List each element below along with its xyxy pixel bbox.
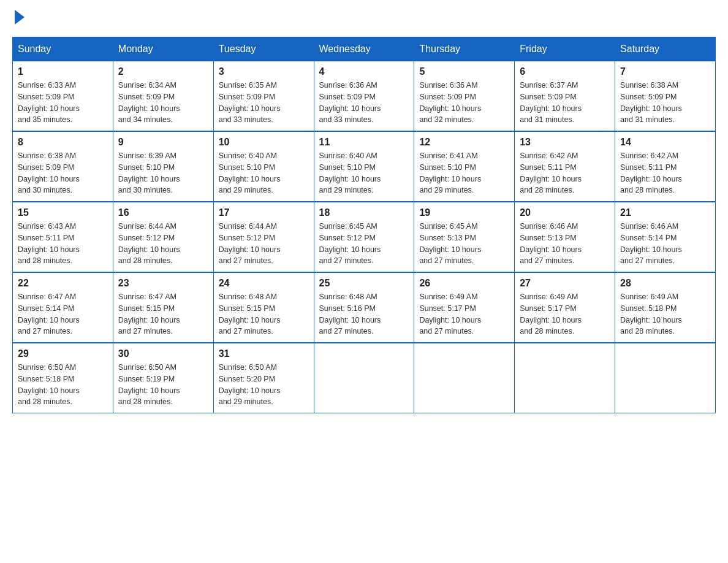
calendar-day-cell: 1 Sunrise: 6:33 AM Sunset: 5:09 PM Dayli… xyxy=(13,61,113,132)
day-info: Sunrise: 6:33 AM Sunset: 5:09 PM Dayligh… xyxy=(18,80,108,126)
day-info: Sunrise: 6:46 AM Sunset: 5:13 PM Dayligh… xyxy=(520,221,610,267)
page-header xyxy=(12,12,716,25)
calendar-day-cell: 30 Sunrise: 6:50 AM Sunset: 5:19 PM Dayl… xyxy=(113,343,213,413)
weekday-header-saturday: Saturday xyxy=(615,37,716,61)
day-info: Sunrise: 6:42 AM Sunset: 5:11 PM Dayligh… xyxy=(620,150,710,196)
calendar-day-cell: 14 Sunrise: 6:42 AM Sunset: 5:11 PM Dayl… xyxy=(615,131,716,202)
calendar-day-cell: 13 Sunrise: 6:42 AM Sunset: 5:11 PM Dayl… xyxy=(515,131,615,202)
calendar-day-cell: 4 Sunrise: 6:36 AM Sunset: 5:09 PM Dayli… xyxy=(314,61,414,132)
day-number: 28 xyxy=(620,278,710,289)
calendar-day-cell: 17 Sunrise: 6:44 AM Sunset: 5:12 PM Dayl… xyxy=(213,202,314,272)
day-number: 13 xyxy=(520,137,610,148)
calendar-day-cell: 21 Sunrise: 6:46 AM Sunset: 5:14 PM Dayl… xyxy=(615,202,716,272)
calendar-day-cell xyxy=(314,343,414,413)
day-number: 23 xyxy=(118,278,208,289)
day-info: Sunrise: 6:44 AM Sunset: 5:12 PM Dayligh… xyxy=(219,221,309,267)
calendar-week-row: 29 Sunrise: 6:50 AM Sunset: 5:18 PM Dayl… xyxy=(13,343,716,413)
day-info: Sunrise: 6:34 AM Sunset: 5:09 PM Dayligh… xyxy=(118,80,208,126)
day-number: 11 xyxy=(319,137,409,148)
day-info: Sunrise: 6:47 AM Sunset: 5:14 PM Dayligh… xyxy=(18,291,108,337)
day-number: 29 xyxy=(18,348,108,359)
calendar-day-cell: 9 Sunrise: 6:39 AM Sunset: 5:10 PM Dayli… xyxy=(113,131,213,202)
calendar-day-cell: 27 Sunrise: 6:49 AM Sunset: 5:17 PM Dayl… xyxy=(515,272,615,343)
day-info: Sunrise: 6:40 AM Sunset: 5:10 PM Dayligh… xyxy=(319,150,409,196)
calendar-day-cell: 16 Sunrise: 6:44 AM Sunset: 5:12 PM Dayl… xyxy=(113,202,213,272)
day-number: 16 xyxy=(118,207,208,218)
day-number: 15 xyxy=(18,207,108,218)
day-number: 17 xyxy=(219,207,309,218)
day-number: 22 xyxy=(18,278,108,289)
calendar-day-cell: 26 Sunrise: 6:49 AM Sunset: 5:17 PM Dayl… xyxy=(414,272,515,343)
logo-arrow-icon xyxy=(15,10,25,25)
weekday-header-thursday: Thursday xyxy=(414,37,515,61)
day-number: 21 xyxy=(620,207,710,218)
weekday-header-sunday: Sunday xyxy=(13,37,113,61)
calendar-day-cell: 31 Sunrise: 6:50 AM Sunset: 5:20 PM Dayl… xyxy=(213,343,314,413)
day-info: Sunrise: 6:42 AM Sunset: 5:11 PM Dayligh… xyxy=(520,150,610,196)
calendar-day-cell xyxy=(414,343,515,413)
day-number: 6 xyxy=(520,66,610,77)
calendar-day-cell: 8 Sunrise: 6:38 AM Sunset: 5:09 PM Dayli… xyxy=(13,131,113,202)
day-number: 25 xyxy=(319,278,409,289)
day-number: 18 xyxy=(319,207,409,218)
calendar-day-cell xyxy=(515,343,615,413)
calendar-day-cell: 3 Sunrise: 6:35 AM Sunset: 5:09 PM Dayli… xyxy=(213,61,314,132)
weekday-header-monday: Monday xyxy=(113,37,213,61)
day-number: 19 xyxy=(419,207,509,218)
day-number: 30 xyxy=(118,348,208,359)
day-number: 27 xyxy=(520,278,610,289)
day-number: 12 xyxy=(419,137,509,148)
calendar-day-cell: 24 Sunrise: 6:48 AM Sunset: 5:15 PM Dayl… xyxy=(213,272,314,343)
day-number: 20 xyxy=(520,207,610,218)
day-number: 4 xyxy=(319,66,409,77)
day-info: Sunrise: 6:38 AM Sunset: 5:09 PM Dayligh… xyxy=(18,150,108,196)
day-info: Sunrise: 6:50 AM Sunset: 5:20 PM Dayligh… xyxy=(219,362,309,408)
day-info: Sunrise: 6:40 AM Sunset: 5:10 PM Dayligh… xyxy=(219,150,309,196)
day-info: Sunrise: 6:50 AM Sunset: 5:19 PM Dayligh… xyxy=(118,362,208,408)
calendar-day-cell: 20 Sunrise: 6:46 AM Sunset: 5:13 PM Dayl… xyxy=(515,202,615,272)
weekday-header-wednesday: Wednesday xyxy=(314,37,414,61)
day-info: Sunrise: 6:49 AM Sunset: 5:18 PM Dayligh… xyxy=(620,291,710,337)
day-info: Sunrise: 6:49 AM Sunset: 5:17 PM Dayligh… xyxy=(520,291,610,337)
calendar-day-cell: 7 Sunrise: 6:38 AM Sunset: 5:09 PM Dayli… xyxy=(615,61,716,132)
day-info: Sunrise: 6:50 AM Sunset: 5:18 PM Dayligh… xyxy=(18,362,108,408)
calendar-day-cell: 28 Sunrise: 6:49 AM Sunset: 5:18 PM Dayl… xyxy=(615,272,716,343)
day-number: 5 xyxy=(419,66,509,77)
day-number: 7 xyxy=(620,66,710,77)
calendar-day-cell: 19 Sunrise: 6:45 AM Sunset: 5:13 PM Dayl… xyxy=(414,202,515,272)
calendar-day-cell: 2 Sunrise: 6:34 AM Sunset: 5:09 PM Dayli… xyxy=(113,61,213,132)
calendar-day-cell: 25 Sunrise: 6:48 AM Sunset: 5:16 PM Dayl… xyxy=(314,272,414,343)
day-number: 8 xyxy=(18,137,108,148)
calendar-day-cell: 11 Sunrise: 6:40 AM Sunset: 5:10 PM Dayl… xyxy=(314,131,414,202)
weekday-header-tuesday: Tuesday xyxy=(213,37,314,61)
day-info: Sunrise: 6:36 AM Sunset: 5:09 PM Dayligh… xyxy=(319,80,409,126)
day-number: 26 xyxy=(419,278,509,289)
day-info: Sunrise: 6:49 AM Sunset: 5:17 PM Dayligh… xyxy=(419,291,509,337)
calendar-week-row: 22 Sunrise: 6:47 AM Sunset: 5:14 PM Dayl… xyxy=(13,272,716,343)
calendar-day-cell: 12 Sunrise: 6:41 AM Sunset: 5:10 PM Dayl… xyxy=(414,131,515,202)
day-info: Sunrise: 6:46 AM Sunset: 5:14 PM Dayligh… xyxy=(620,221,710,267)
day-number: 1 xyxy=(18,66,108,77)
day-info: Sunrise: 6:45 AM Sunset: 5:12 PM Dayligh… xyxy=(319,221,409,267)
calendar-day-cell: 18 Sunrise: 6:45 AM Sunset: 5:12 PM Dayl… xyxy=(314,202,414,272)
calendar-day-cell: 23 Sunrise: 6:47 AM Sunset: 5:15 PM Dayl… xyxy=(113,272,213,343)
calendar-table: SundayMondayTuesdayWednesdayThursdayFrid… xyxy=(12,37,716,413)
logo xyxy=(12,12,25,25)
day-number: 9 xyxy=(118,137,208,148)
day-number: 3 xyxy=(219,66,309,77)
day-number: 24 xyxy=(219,278,309,289)
calendar-day-cell: 6 Sunrise: 6:37 AM Sunset: 5:09 PM Dayli… xyxy=(515,61,615,132)
day-info: Sunrise: 6:35 AM Sunset: 5:09 PM Dayligh… xyxy=(219,80,309,126)
calendar-day-cell: 15 Sunrise: 6:43 AM Sunset: 5:11 PM Dayl… xyxy=(13,202,113,272)
day-info: Sunrise: 6:41 AM Sunset: 5:10 PM Dayligh… xyxy=(419,150,509,196)
calendar-day-cell: 29 Sunrise: 6:50 AM Sunset: 5:18 PM Dayl… xyxy=(13,343,113,413)
calendar-week-row: 1 Sunrise: 6:33 AM Sunset: 5:09 PM Dayli… xyxy=(13,61,716,132)
day-info: Sunrise: 6:39 AM Sunset: 5:10 PM Dayligh… xyxy=(118,150,208,196)
day-number: 14 xyxy=(620,137,710,148)
day-info: Sunrise: 6:48 AM Sunset: 5:15 PM Dayligh… xyxy=(219,291,309,337)
day-info: Sunrise: 6:47 AM Sunset: 5:15 PM Dayligh… xyxy=(118,291,208,337)
day-info: Sunrise: 6:37 AM Sunset: 5:09 PM Dayligh… xyxy=(520,80,610,126)
day-info: Sunrise: 6:45 AM Sunset: 5:13 PM Dayligh… xyxy=(419,221,509,267)
day-number: 31 xyxy=(219,348,309,359)
calendar-day-cell: 10 Sunrise: 6:40 AM Sunset: 5:10 PM Dayl… xyxy=(213,131,314,202)
